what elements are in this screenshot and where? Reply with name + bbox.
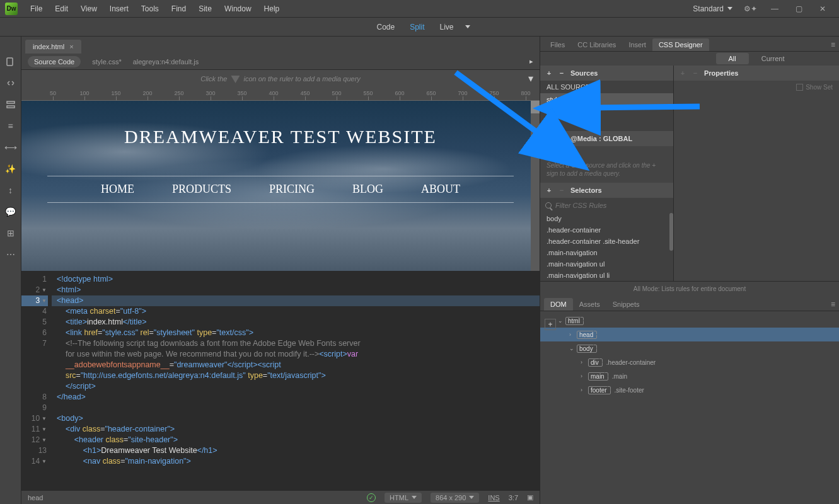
- preview-nav-item[interactable]: BLOG: [352, 183, 383, 196]
- status-ok-icon[interactable]: ✓: [367, 493, 376, 502]
- add-source-button[interactable]: +: [545, 69, 553, 77]
- view-split[interactable]: Split: [402, 20, 432, 35]
- menubar: Dw FileEditViewInsertToolsFindSiteWindow…: [0, 0, 839, 18]
- filter-icon[interactable]: ▾: [528, 73, 533, 84]
- remove-media-button[interactable]: −: [558, 135, 565, 142]
- panel-menu-icon[interactable]: ≡: [831, 300, 835, 309]
- add-selector-button[interactable]: +: [545, 186, 553, 194]
- inspect-icon[interactable]: ≡: [4, 120, 17, 132]
- view-live[interactable]: Live: [432, 20, 461, 35]
- live-view-options-icon[interactable]: [4, 98, 17, 111]
- preview-scrollbar[interactable]: [531, 101, 540, 271]
- more-icon[interactable]: ⋯: [4, 248, 17, 261]
- related-source-code[interactable]: Source Code: [28, 56, 81, 67]
- related-file[interactable]: alegreya:n4:default.js: [133, 58, 199, 66]
- status-bar: head ✓ HTML 864 x 290 INS 3:7 ▣: [21, 490, 540, 504]
- menu-item-file[interactable]: File: [24, 2, 49, 16]
- tag-selector-crumb[interactable]: head: [28, 494, 43, 501]
- svg-rect-1: [7, 101, 14, 103]
- panel-tab-assets[interactable]: Assets: [573, 298, 606, 311]
- format-source-icon[interactable]: ↕: [4, 184, 17, 197]
- remove-selector-button[interactable]: −: [558, 186, 565, 194]
- ruler[interactable]: 5010015020025030035040045050055060065070…: [21, 88, 540, 101]
- code-view-pane[interactable]: 12 ▼3 ▼45678910 ▼11 ▼12 ▼1314 ▼ <!doctyp…: [21, 272, 540, 490]
- minimize-button[interactable]: —: [763, 3, 786, 15]
- add-media-button[interactable]: +: [545, 135, 553, 142]
- wand-icon[interactable]: ✨: [4, 163, 17, 175]
- preview-nav-item[interactable]: HOME: [101, 183, 134, 196]
- source-all[interactable]: ALL SOURCES: [540, 81, 673, 93]
- dom-row[interactable]: ›footer.site-footer: [540, 383, 839, 397]
- app-logo: Dw: [5, 3, 18, 15]
- document-tab[interactable]: index.html ×: [25, 40, 81, 54]
- remove-source-button[interactable]: −: [558, 69, 565, 77]
- view-code[interactable]: Code: [369, 20, 402, 35]
- menu-item-edit[interactable]: Edit: [49, 2, 74, 16]
- selector-item[interactable]: .main-navigation ul: [540, 258, 673, 270]
- apply-comment-icon[interactable]: ⊞: [4, 227, 17, 239]
- selector-item[interactable]: .main-navigation: [540, 247, 673, 258]
- close-button[interactable]: ✕: [811, 3, 834, 15]
- preview-heading: DREAMWEAVER TEST WEBSITE: [124, 126, 437, 147]
- panel-tab-insert[interactable]: Insert: [622, 38, 652, 51]
- selector-item[interactable]: .main-navigation ul li: [540, 270, 673, 281]
- workspace-dropdown[interactable]: Standard: [688, 3, 738, 15]
- comment-icon[interactable]: 💬: [4, 205, 17, 218]
- view-live-caret-icon[interactable]: [465, 25, 470, 28]
- panel-menu-icon[interactable]: ≡: [831, 40, 835, 49]
- panel-tab-files[interactable]: Files: [544, 38, 571, 51]
- menu-item-tools[interactable]: Tools: [135, 2, 165, 16]
- sync-settings-icon[interactable]: ⚙✦: [744, 4, 757, 13]
- insert-mode[interactable]: INS: [488, 494, 499, 501]
- preview-nav-item[interactable]: PRODUCTS: [172, 183, 231, 196]
- dom-row[interactable]: ›div.header-container: [540, 355, 839, 369]
- related-overflow-icon[interactable]: ▸: [529, 57, 533, 66]
- dom-row[interactable]: ›head: [540, 328, 839, 341]
- menu-item-insert[interactable]: Insert: [103, 2, 135, 16]
- media-global[interactable]: GLOBAL: [540, 146, 673, 159]
- properties-header: + − Properties: [674, 66, 839, 81]
- dimensions-display[interactable]: 864 x 290: [431, 493, 479, 503]
- subtab-current[interactable]: Current: [749, 53, 797, 64]
- selectors-scrollbar[interactable]: [669, 213, 673, 251]
- selector-item[interactable]: .header-container: [540, 224, 673, 236]
- menu-item-site[interactable]: Site: [192, 2, 218, 16]
- subtab-all[interactable]: All: [716, 53, 749, 64]
- add-property-button[interactable]: +: [679, 69, 686, 77]
- panel-tab-snippets[interactable]: Snippets: [606, 298, 646, 311]
- dom-row[interactable]: ⌄body: [540, 341, 839, 355]
- preview-nav-item[interactable]: ABOUT: [421, 183, 460, 196]
- tab-close-icon[interactable]: ×: [69, 43, 73, 50]
- preview-nav-item[interactable]: PRICING: [269, 183, 315, 196]
- media-query-hint: Click the icon on the ruler to add a med…: [21, 70, 540, 88]
- show-set-checkbox[interactable]: [796, 84, 803, 91]
- selector-item[interactable]: body: [540, 213, 673, 224]
- file-manage-icon[interactable]: [4, 55, 17, 68]
- dom-add-button[interactable]: +: [545, 319, 556, 330]
- dom-row[interactable]: ›main.main: [540, 369, 839, 383]
- remove-property-button[interactable]: −: [691, 69, 699, 77]
- menu-item-help[interactable]: Help: [258, 2, 286, 16]
- expand-icon[interactable]: [4, 77, 17, 89]
- collapse-icon[interactable]: ⟷: [4, 141, 17, 154]
- menu-item-find[interactable]: Find: [165, 2, 192, 16]
- selectors-header: + − Selectors: [540, 183, 673, 198]
- language-selector[interactable]: HTML: [385, 493, 422, 503]
- dom-row[interactable]: ⌄html: [540, 314, 839, 328]
- live-preview[interactable]: DREAMWEAVER TEST WEBSITE HOMEPRODUCTSPRI…: [21, 101, 540, 271]
- menu-item-view[interactable]: View: [74, 2, 103, 16]
- workspace-label: Standard: [693, 4, 724, 13]
- maximize-button[interactable]: ▢: [787, 3, 810, 15]
- panel-tab-css-designer[interactable]: CSS Designer: [652, 38, 709, 51]
- selector-item[interactable]: .header-container .site-header: [540, 236, 673, 247]
- selectors-list: body.header-container.header-container .…: [540, 213, 673, 281]
- source-item[interactable]: style.css: [540, 93, 673, 106]
- filter-css-input[interactable]: [555, 202, 668, 209]
- preview-device-icon[interactable]: ▣: [527, 493, 533, 501]
- menu-item-window[interactable]: Window: [218, 2, 258, 16]
- panel-tab-dom[interactable]: DOM: [544, 298, 573, 311]
- search-icon: [545, 202, 552, 209]
- panel-tab-cc-libraries[interactable]: CC Libraries: [571, 38, 622, 51]
- preview-nav: HOMEPRODUCTSPRICINGBLOGABOUT: [47, 176, 514, 203]
- related-file[interactable]: style.css*: [92, 58, 121, 66]
